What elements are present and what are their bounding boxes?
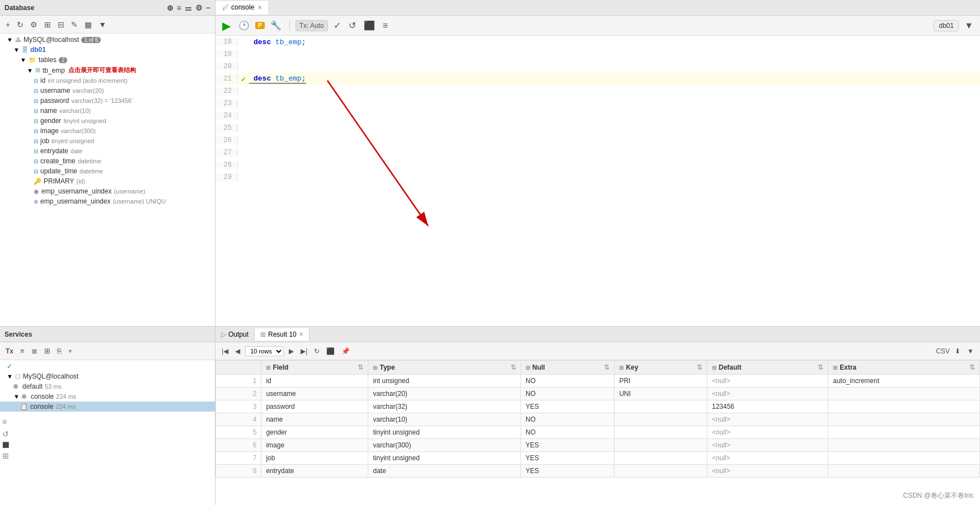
add-svc-btn[interactable]: + xyxy=(66,346,75,356)
last-page-btn[interactable]: ▶| xyxy=(299,347,309,356)
col-header-null[interactable]: ⊞Null⇅ xyxy=(521,361,614,375)
first-page-btn[interactable]: |◀ xyxy=(220,347,230,356)
col-icon-create-time: ⊟ xyxy=(34,158,38,164)
primary-meta: (id) xyxy=(76,178,85,185)
db-label: db01 xyxy=(934,20,959,31)
tree-item-tb-emp[interactable]: ▼ ⊞ tb_emp 点击展开即可查看表结构 xyxy=(0,65,215,75)
minus-icon[interactable]: − xyxy=(206,3,210,12)
tb-emp-label: tb_emp xyxy=(43,67,65,74)
tree-item-db01[interactable]: ▼ 🗄 db01 xyxy=(0,45,215,55)
table-row[interactable]: 7jobtinyint unsignedYES<null> xyxy=(216,452,980,465)
tree-item-uname-idx1[interactable]: ◉ emp_username_uindex (username) xyxy=(0,186,215,196)
col-header-field[interactable]: ⊞Field⇅ xyxy=(261,361,368,375)
table-row[interactable]: 1idint unsignedNOPRI<null>auto_increment xyxy=(216,375,980,388)
svc-item-default[interactable]: default 53 ms xyxy=(0,381,215,391)
tree-item-create-time[interactable]: ⊟ create_time datetime xyxy=(0,156,215,166)
next-page-btn[interactable]: ▶ xyxy=(287,347,296,356)
stop-btn[interactable]: ⬛ xyxy=(362,19,377,32)
db-icon: 🗄 xyxy=(22,46,28,53)
table-row[interactable]: 6imagevarchar(300)YES<null> xyxy=(216,439,980,452)
history-btn[interactable]: 🕐 xyxy=(236,19,252,32)
console-tab-close[interactable]: ✕ xyxy=(257,4,262,11)
cell-key: UNI xyxy=(615,388,707,400)
svc-item-console-child[interactable]: 📋 console 224 ms xyxy=(0,402,215,412)
tree-item-update-time[interactable]: ⊟ update_time datetime xyxy=(0,166,215,176)
output-tab-label: Output xyxy=(228,331,248,338)
expand-btn[interactable]: ⊞ xyxy=(42,19,53,30)
tree-item-image[interactable]: ⊟ image varchar(300) xyxy=(0,126,215,136)
pin-btn[interactable]: 📌 xyxy=(340,347,351,356)
schema-btn[interactable]: ⚙ xyxy=(28,19,40,30)
add-icon[interactable]: ⊕ xyxy=(167,3,174,12)
filter-results-btn[interactable]: ▼ xyxy=(965,347,976,356)
col-header-type[interactable]: ⊞Type⇅ xyxy=(368,361,521,375)
cell-type: varchar(300) xyxy=(368,439,521,452)
run-button[interactable]: ▶ xyxy=(220,18,233,34)
cell-null: NO xyxy=(521,413,614,426)
filter-btn[interactable]: ▼ xyxy=(96,19,109,30)
align-right-btn[interactable]: ≣ xyxy=(29,346,40,356)
output-icon: ▷ xyxy=(221,331,226,338)
editor-area[interactable]: 18 desc tb_emp; 19 20 21 ✓ desc xyxy=(215,36,980,326)
key-icon-primary: 🔑 xyxy=(34,178,41,185)
collapse-btn[interactable]: ⊟ xyxy=(55,19,67,30)
tree-item-name[interactable]: ⊟ name varchar(10) xyxy=(0,106,215,116)
new-connection-btn[interactable]: + xyxy=(3,19,12,30)
cell-extra xyxy=(828,400,980,413)
tx-btn[interactable]: Tx xyxy=(3,346,16,356)
prev-page-btn[interactable]: ◀ xyxy=(233,347,242,356)
split-icon[interactable]: ⚌ xyxy=(185,3,192,12)
col-header-key[interactable]: ⊞Key⇅ xyxy=(615,361,707,375)
tree-item-password[interactable]: ⊟ password varchar(32) = '123456' xyxy=(0,96,215,106)
tree-item-entrydate[interactable]: ⊟ entrydate date xyxy=(0,146,215,156)
table-row[interactable]: 2usernamevarchar(20)NOUNI<null> xyxy=(216,388,980,400)
editor-line-28: 28 xyxy=(215,159,980,171)
line-num-28: 28 xyxy=(215,161,238,169)
cell-default: <null> xyxy=(707,426,828,439)
table-row[interactable]: 8entrydatedateYES<null> xyxy=(216,465,980,478)
gear-icon[interactable]: ⚙ xyxy=(195,3,203,12)
result-tab-10[interactable]: ⊞ Result 10 ✕ xyxy=(255,328,310,341)
wrench-btn[interactable]: 🔧 xyxy=(268,19,284,32)
svc-item-console[interactable]: ▼ console 224 ms xyxy=(0,391,215,402)
refresh-btn[interactable]: ↻ xyxy=(15,19,26,30)
table-row[interactable]: 4namevarchar(10)NO<null> xyxy=(216,413,980,426)
tree-item-username[interactable]: ⊟ username varchar(20) xyxy=(0,86,215,96)
stop-results-btn[interactable]: ⬛ xyxy=(325,347,336,356)
refresh-results-btn[interactable]: ↻ xyxy=(312,347,321,356)
tree-item-gender[interactable]: ⊟ gender tinyint unsigned xyxy=(0,116,215,126)
cell-key xyxy=(615,426,707,439)
result-tab-close[interactable]: ✕ xyxy=(299,331,303,337)
tree-item-mysql-host[interactable]: ▼ 🖧 MySQL@localhost 1 of 6 xyxy=(0,35,215,45)
console-tab[interactable]: 🖊 console ✕ xyxy=(215,1,269,15)
results-table-scroll[interactable]: ⊞Field⇅ ⊞Type⇅ ⊞Null⇅ ⊞Key⇅ ⊞Default⇅ ⊞E… xyxy=(215,360,980,505)
tree-item-tables[interactable]: ▼ 📁 tables 2 xyxy=(0,55,215,65)
rows-per-page-select[interactable]: 10 rows 20 rows 50 rows xyxy=(245,346,284,356)
svc-default-meta: 53 ms xyxy=(45,383,62,390)
align-left-btn[interactable]: ≡ xyxy=(18,346,27,356)
tree-item-id[interactable]: ⊟ id int unsigned (auto increment) xyxy=(0,75,215,86)
format-btn[interactable]: ≡ xyxy=(381,20,390,32)
checkmark-btn[interactable]: ✓ xyxy=(331,19,343,32)
edit-btn[interactable]: ✎ xyxy=(69,19,80,30)
view-btn[interactable]: ▦ xyxy=(82,19,94,30)
col-header-extra[interactable]: ⊞Extra⇅ xyxy=(828,361,980,375)
svc-item-mysql-host[interactable]: ▼ ⬡ MySQL@localhost xyxy=(0,371,215,381)
tree-item-job[interactable]: ⊟ job tinyint unsigned xyxy=(0,136,215,146)
grid-btn[interactable]: ⊞ xyxy=(42,346,53,356)
cell-extra xyxy=(828,413,980,426)
table-row[interactable]: 5gendertinyint unsignedNO<null> xyxy=(216,426,980,439)
table-row[interactable]: 3passwordvarchar(32)YES123456 xyxy=(216,400,980,413)
col-header-default[interactable]: ⊞Default⇅ xyxy=(707,361,828,375)
editor-line-25: 25 xyxy=(215,122,980,134)
tree-item-primary[interactable]: 🔑 PRIMARY (id) xyxy=(0,176,215,186)
output-tab[interactable]: ▷ Output xyxy=(215,328,255,341)
revert-btn[interactable]: ↺ xyxy=(346,19,358,32)
download-btn[interactable]: ⬇ xyxy=(953,347,962,356)
list-icon[interactable]: ≡ xyxy=(177,3,181,12)
db-dropdown-btn[interactable]: ▼ xyxy=(962,20,976,32)
bookmark-btn[interactable]: ⎘ xyxy=(55,346,64,356)
primary-label: PRIMARY xyxy=(44,177,74,185)
tree-item-uname-idx2[interactable]: ⊕ emp_username_uindex (username) UNIQU xyxy=(0,196,215,206)
svc-item-checkmark[interactable]: ✓ xyxy=(0,361,215,371)
